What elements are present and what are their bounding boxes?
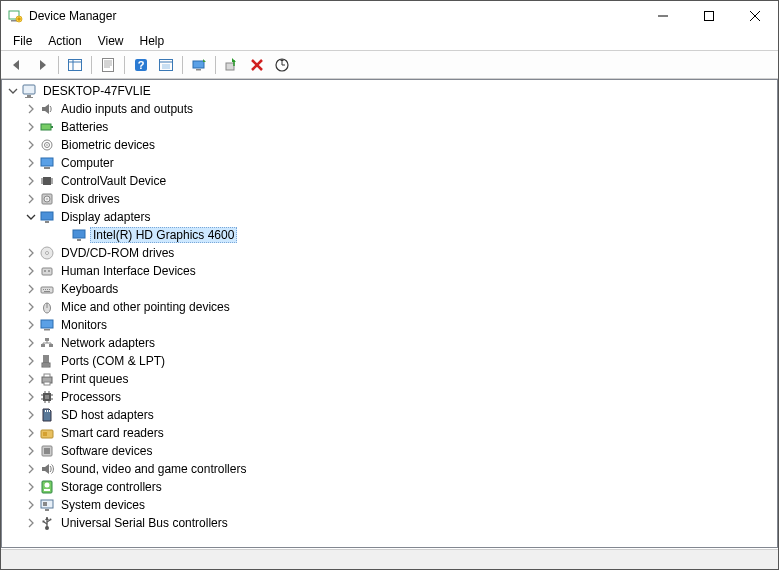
chevron-right-icon[interactable] (24, 480, 38, 494)
expander-empty (56, 228, 70, 242)
svg-point-77 (43, 364, 44, 365)
chevron-right-icon[interactable] (24, 498, 38, 512)
svg-rect-4 (17, 18, 20, 19)
tree-item[interactable]: Software devices (2, 442, 777, 460)
tree-root[interactable]: DESKTOP-47FVLIE (2, 82, 777, 100)
tree-item[interactable]: DVD/CD-ROM drives (2, 244, 777, 262)
chevron-right-icon[interactable] (24, 462, 38, 476)
tree-item-label: Computer (58, 155, 117, 171)
svg-rect-95 (49, 410, 50, 412)
tree-item[interactable]: Disk drives (2, 190, 777, 208)
uninstall-device-button[interactable] (245, 54, 269, 76)
svg-text:?: ? (138, 59, 145, 71)
svg-point-56 (44, 270, 46, 272)
tree-item[interactable]: Monitors (2, 316, 777, 334)
tree-item[interactable]: System devices (2, 496, 777, 514)
tree-item[interactable]: Sound, video and game controllers (2, 460, 777, 478)
chevron-down-icon[interactable] (6, 84, 20, 98)
storage-icon (39, 479, 55, 495)
chevron-right-icon[interactable] (24, 264, 38, 278)
svg-rect-104 (45, 509, 49, 511)
tree-item[interactable]: Human Interface Devices (2, 262, 777, 280)
svg-rect-24 (226, 63, 234, 70)
chevron-right-icon[interactable] (24, 174, 38, 188)
chevron-right-icon[interactable] (24, 390, 38, 404)
tree-item[interactable]: Processors (2, 388, 777, 406)
tree-item[interactable]: ControlVault Device (2, 172, 777, 190)
chevron-right-icon[interactable] (24, 354, 38, 368)
update-driver-button[interactable] (187, 54, 211, 76)
tree-item[interactable]: SD host adapters (2, 406, 777, 424)
tree-item[interactable]: Print queues (2, 370, 777, 388)
tree-item[interactable]: Intel(R) HD Graphics 4600 (2, 226, 777, 244)
action-icon-button[interactable] (154, 54, 178, 76)
chip-icon (39, 173, 55, 189)
scan-hardware-button[interactable] (270, 54, 294, 76)
tree-item[interactable]: Display adapters (2, 208, 777, 226)
chevron-right-icon[interactable] (24, 102, 38, 116)
tree-item[interactable]: Universal Serial Bus controllers (2, 514, 777, 532)
tree-item[interactable]: Network adapters (2, 334, 777, 352)
tree-item[interactable]: Computer (2, 154, 777, 172)
display-icon (39, 209, 55, 225)
tree-item[interactable]: Biometric devices (2, 136, 777, 154)
menu-file[interactable]: File (5, 32, 40, 50)
maximize-button[interactable] (686, 1, 732, 31)
chevron-right-icon[interactable] (24, 300, 38, 314)
computer-icon (39, 155, 55, 171)
chevron-right-icon[interactable] (24, 282, 38, 296)
tree-item-label: Software devices (58, 443, 155, 459)
svg-rect-59 (43, 289, 44, 290)
tree-item[interactable]: Storage controllers (2, 478, 777, 496)
menu-action[interactable]: Action (40, 32, 89, 50)
toolbar-separator (91, 56, 92, 74)
device-tree[interactable]: DESKTOP-47FVLIE Audio inputs and outputs… (1, 79, 778, 548)
battery-icon (39, 119, 55, 135)
svg-rect-52 (77, 239, 81, 241)
back-button[interactable] (5, 54, 29, 76)
printer-icon (39, 371, 55, 387)
tree-item-label: Processors (58, 389, 124, 405)
menu-view[interactable]: View (90, 32, 132, 50)
svg-rect-29 (23, 85, 35, 94)
chevron-down-icon[interactable] (24, 210, 38, 224)
tree-item[interactable]: Batteries (2, 118, 777, 136)
minimize-button[interactable] (640, 1, 686, 31)
tree-item-label: Mice and other pointing devices (58, 299, 233, 315)
enable-device-button[interactable] (220, 54, 244, 76)
toolbar-separator (215, 56, 216, 74)
tree-item[interactable]: Ports (COM & LPT) (2, 352, 777, 370)
close-button[interactable] (732, 1, 778, 31)
display-icon (71, 227, 87, 243)
show-hide-tree-button[interactable] (63, 54, 87, 76)
menu-help[interactable]: Help (132, 32, 173, 50)
port-icon (39, 353, 55, 369)
chevron-right-icon[interactable] (24, 318, 38, 332)
svg-rect-9 (69, 59, 82, 70)
chevron-right-icon[interactable] (24, 372, 38, 386)
network-icon (39, 335, 55, 351)
tree-item-label: Universal Serial Bus controllers (58, 515, 231, 531)
properties-button[interactable] (96, 54, 120, 76)
svg-point-79 (47, 364, 48, 365)
titlebar: Device Manager (1, 1, 778, 31)
computer-icon (21, 83, 37, 99)
chevron-right-icon[interactable] (24, 408, 38, 422)
tree-item[interactable]: Mice and other pointing devices (2, 298, 777, 316)
tree-item[interactable]: Audio inputs and outputs (2, 100, 777, 118)
chevron-right-icon[interactable] (24, 192, 38, 206)
chevron-right-icon[interactable] (24, 444, 38, 458)
chevron-right-icon[interactable] (24, 516, 38, 530)
svg-point-36 (46, 144, 48, 146)
chevron-right-icon[interactable] (24, 156, 38, 170)
chevron-right-icon[interactable] (24, 120, 38, 134)
toolbar-separator (124, 56, 125, 74)
tree-item[interactable]: Keyboards (2, 280, 777, 298)
chevron-right-icon[interactable] (24, 246, 38, 260)
chevron-right-icon[interactable] (24, 426, 38, 440)
tree-item[interactable]: Smart card readers (2, 424, 777, 442)
chevron-right-icon[interactable] (24, 336, 38, 350)
help-button[interactable]: ? (129, 54, 153, 76)
forward-button[interactable] (30, 54, 54, 76)
chevron-right-icon[interactable] (24, 138, 38, 152)
